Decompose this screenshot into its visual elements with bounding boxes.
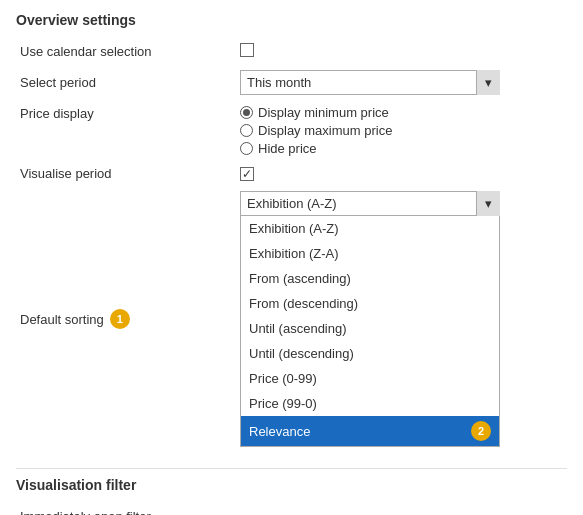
radio-min-circle[interactable] <box>240 106 253 119</box>
open-filter-control-cell <box>236 503 567 515</box>
sorting-label-wrapper: Default sorting 1 <box>20 309 232 329</box>
sorting-select[interactable]: Exhibition (A-Z) <box>240 191 500 216</box>
calendar-checkbox[interactable] <box>240 43 254 57</box>
price-radio-group: Display minimum price Display maximum pr… <box>240 105 563 156</box>
visualise-label: Visualise period <box>20 166 112 181</box>
sorting-select-wrapper: Exhibition (A-Z) ▾ <box>240 191 500 216</box>
sorting-row: Default sorting 1 Exhibition (A-Z) ▾ Exh… <box>16 186 567 452</box>
sorting-label-cell: Default sorting 1 <box>16 186 236 452</box>
dropdown-item-exhibition-az[interactable]: Exhibition (A-Z) <box>241 216 499 241</box>
price-display-label: Price display <box>20 106 94 121</box>
period-select-wrapper: This month ▾ <box>240 70 500 95</box>
sorting-control-cell: Exhibition (A-Z) ▾ Exhibition (A-Z) Exhi… <box>236 186 567 452</box>
radio-hide-label: Hide price <box>258 141 317 156</box>
period-control-cell: This month ▾ <box>236 65 567 100</box>
dropdown-item-until-asc[interactable]: Until (ascending) <box>241 316 499 341</box>
open-filter-label: Immediately open filter <box>20 509 151 515</box>
filter-settings-table: Immediately open filter Filter by type F… <box>16 503 567 515</box>
dropdown-item-until-desc[interactable]: Until (descending) <box>241 341 499 366</box>
dropdown-item-price-99-0[interactable]: Price (99-0) <box>241 391 499 416</box>
calendar-row: Use calendar selection <box>16 38 567 65</box>
filter-section: Visualisation filter Immediately open fi… <box>16 477 567 515</box>
price-display-label-cell: Price display <box>16 100 236 161</box>
open-filter-row: Immediately open filter <box>16 503 567 515</box>
sorting-label: Default sorting <box>20 312 104 327</box>
radio-hide-circle[interactable] <box>240 142 253 155</box>
period-select[interactable]: This month <box>240 70 500 95</box>
price-display-row: Price display Display minimum price Disp… <box>16 100 567 161</box>
open-filter-label-cell: Immediately open filter <box>16 503 236 515</box>
filter-title: Visualisation filter <box>16 477 567 493</box>
period-label: Select period <box>20 75 96 90</box>
dropdown-item-exhibition-za[interactable]: Exhibition (Z-A) <box>241 241 499 266</box>
radio-option-min[interactable]: Display minimum price <box>240 105 563 120</box>
calendar-label-cell: Use calendar selection <box>16 38 236 65</box>
radio-min-label: Display minimum price <box>258 105 389 120</box>
dropdown-item-from-desc[interactable]: From (descending) <box>241 291 499 316</box>
calendar-label: Use calendar selection <box>20 44 152 59</box>
relevance-label: Relevance <box>249 424 310 439</box>
sorting-dropdown-list: Exhibition (A-Z) Exhibition (Z-A) From (… <box>240 216 500 447</box>
calendar-control-cell <box>236 38 567 65</box>
period-label-cell: Select period <box>16 65 236 100</box>
period-row: Select period This month ▾ <box>16 65 567 100</box>
overview-title: Overview settings <box>16 12 567 28</box>
visualise-control-cell: ✓ <box>236 161 567 186</box>
price-display-control-cell: Display minimum price Display maximum pr… <box>236 100 567 161</box>
overview-section: Overview settings Use calendar selection… <box>16 12 567 452</box>
dropdown-item-price-0-99[interactable]: Price (0-99) <box>241 366 499 391</box>
radio-max-label: Display maximum price <box>258 123 392 138</box>
visualise-checkbox[interactable]: ✓ <box>240 167 254 181</box>
section-divider <box>16 468 567 469</box>
dropdown-item-relevance[interactable]: Relevance 2 <box>241 416 499 446</box>
radio-option-max[interactable]: Display maximum price <box>240 123 563 138</box>
overview-settings-table: Use calendar selection Select period Thi… <box>16 38 567 452</box>
radio-max-circle[interactable] <box>240 124 253 137</box>
visualise-row: Visualise period ✓ <box>16 161 567 186</box>
radio-option-hide[interactable]: Hide price <box>240 141 563 156</box>
visualise-label-cell: Visualise period <box>16 161 236 186</box>
sorting-badge: 1 <box>110 309 130 329</box>
dropdown-item-from-asc[interactable]: From (ascending) <box>241 266 499 291</box>
relevance-badge: 2 <box>471 421 491 441</box>
